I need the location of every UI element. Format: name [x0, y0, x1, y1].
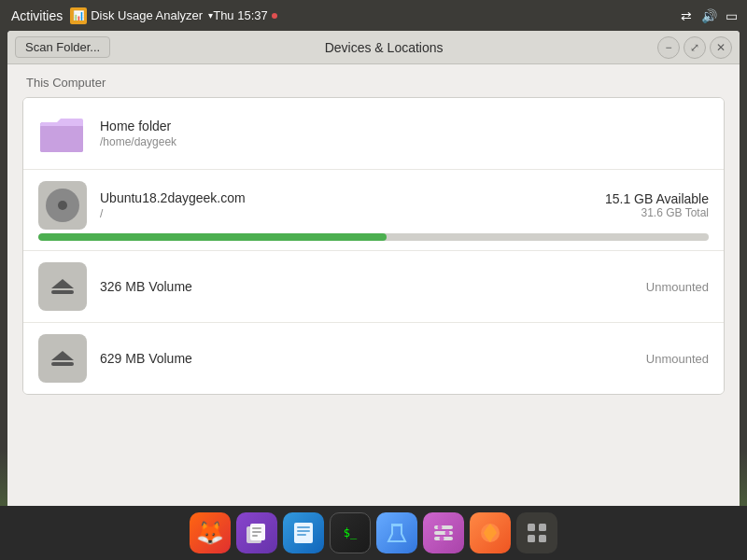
device-available-ubuntu-disk: 15.1 GB Available — [605, 191, 709, 206]
folder-icon — [40, 113, 85, 154]
device-name-volume-326: 326 MB Volume — [100, 279, 646, 294]
svg-point-16 — [438, 525, 443, 530]
device-info-volume-629: 629 MB Volume — [100, 351, 646, 366]
device-name-ubuntu-disk: Ubuntu18.2daygeek.com — [100, 190, 605, 205]
device-status-volume-326: Unmounted — [646, 280, 709, 294]
device-item-volume-629[interactable]: 629 MB Volume Unmounted — [23, 323, 724, 394]
svg-rect-13 — [434, 525, 453, 529]
svg-rect-12 — [392, 525, 402, 526]
disk-progress-bg — [38, 233, 709, 241]
disk-progress-row — [23, 233, 724, 251]
eject-icon-box-326 — [38, 262, 87, 311]
svg-rect-2 — [40, 126, 83, 152]
svg-rect-9 — [297, 526, 310, 528]
dock-icon-themes[interactable] — [470, 512, 511, 553]
clock-time: Thu 15:37 — [213, 8, 268, 22]
clock: Thu 15:37 — [213, 8, 678, 22]
device-right-volume-629: Unmounted — [646, 350, 709, 367]
svg-point-18 — [440, 537, 444, 541]
eject-triangle-icon — [51, 279, 74, 288]
eject-bar-icon-629 — [51, 362, 74, 366]
device-name-volume-629: 629 MB Volume — [100, 351, 646, 366]
device-icon-volume-629 — [38, 334, 87, 383]
titlebar-left: Scan Folder... — [15, 36, 110, 58]
dock-icon-text-editor[interactable] — [283, 512, 324, 553]
dock-icon-settings[interactable] — [423, 512, 464, 553]
dock-icon-files[interactable] — [236, 512, 277, 553]
window: Scan Folder... Devices & Locations − ⤢ ✕… — [7, 31, 740, 506]
svg-rect-20 — [528, 524, 535, 531]
disk-icon-box — [38, 181, 87, 230]
disk-icon-dot — [58, 201, 67, 210]
device-info-home-folder: Home folder /home/daygeek — [100, 119, 709, 148]
content-area: This Computer Home folder /home/daygeek — [7, 64, 740, 506]
power-icon: ▭ — [723, 7, 740, 24]
network-icon: ⇄ — [678, 7, 695, 24]
disk-progress-fill — [38, 233, 387, 241]
device-item-volume-326[interactable]: 326 MB Volume Unmounted — [23, 251, 724, 323]
device-path-home-folder: /home/daygeek — [100, 135, 709, 148]
close-button[interactable]: ✕ — [710, 36, 732, 59]
svg-rect-11 — [297, 534, 306, 536]
device-right-volume-326: Unmounted — [646, 278, 709, 295]
dock-icon-testapp[interactable] — [376, 512, 417, 553]
settings-svg-icon — [431, 521, 456, 545]
app-label: 📊 Disk Usage Analyzer ▾ — [70, 7, 213, 24]
top-bar-center: Thu 15:37 — [213, 8, 678, 22]
device-name-home-folder: Home folder — [100, 119, 709, 133]
device-icon-home-folder — [38, 109, 87, 158]
svg-rect-23 — [539, 535, 546, 542]
testapp-svg-icon — [385, 521, 409, 545]
dock-icon-terminal[interactable]: $_ — [330, 512, 371, 553]
themes-svg-icon — [478, 521, 502, 545]
dock-icon-grid[interactable] — [516, 512, 557, 553]
volume-icon: 🔊 — [700, 7, 717, 24]
disk-icon-inner — [46, 189, 79, 222]
scan-folder-button[interactable]: Scan Folder... — [15, 36, 110, 58]
titlebar: Scan Folder... Devices & Locations − ⤢ ✕ — [7, 31, 740, 64]
svg-rect-7 — [252, 535, 258, 537]
top-bar: Activities 📊 Disk Usage Analyzer ▾ Thu 1… — [0, 0, 747, 31]
app-icon: 📊 — [70, 7, 87, 24]
device-icon-volume-326 — [38, 262, 87, 311]
device-total-ubuntu-disk: 31.6 GB Total — [605, 206, 709, 219]
devices-list: Home folder /home/daygeek Ubuntu — [22, 97, 725, 395]
svg-rect-22 — [528, 535, 535, 542]
device-right-ubuntu-disk: 15.1 GB Available 31.6 GB Total — [605, 191, 709, 219]
svg-rect-21 — [539, 524, 546, 531]
top-bar-right: ⇄ 🔊 ▭ — [678, 7, 740, 24]
app-name: Disk Usage Analyzer — [91, 8, 203, 22]
titlebar-controls: − ⤢ ✕ — [657, 36, 732, 59]
eject-bar-icon — [51, 290, 74, 294]
device-item-home-folder[interactable]: Home folder /home/daygeek — [23, 98, 724, 170]
text-editor-svg-icon — [291, 521, 316, 545]
files-svg-icon — [245, 521, 269, 545]
svg-rect-5 — [252, 527, 261, 529]
device-path-ubuntu-disk: / — [100, 207, 605, 220]
sys-icons: ⇄ 🔊 ▭ — [678, 7, 740, 24]
dock: 🦊 $_ — [0, 506, 747, 560]
svg-rect-10 — [297, 530, 310, 532]
svg-rect-8 — [294, 523, 313, 543]
svg-point-17 — [445, 531, 450, 536]
dock-icon-firefox[interactable]: 🦊 — [190, 512, 231, 553]
minimize-button[interactable]: − — [657, 36, 680, 59]
activities-button[interactable]: Activities — [7, 0, 70, 31]
eject-triangle-icon-629 — [51, 351, 74, 360]
svg-rect-6 — [252, 531, 261, 533]
device-info-volume-326: 326 MB Volume — [100, 279, 646, 294]
maximize-button[interactable]: ⤢ — [684, 36, 706, 59]
device-icon-ubuntu-disk — [38, 181, 87, 230]
grid-svg-icon — [525, 521, 549, 545]
device-item-ubuntu-disk[interactable]: Ubuntu18.2daygeek.com / 15.1 GB Availabl… — [23, 170, 724, 251]
svg-rect-14 — [434, 531, 453, 535]
device-status-volume-629: Unmounted — [646, 352, 709, 366]
recording-dot-icon — [272, 13, 277, 19]
window-title: Devices & Locations — [110, 40, 657, 55]
eject-icon-box-629 — [38, 334, 87, 383]
section-label: This Computer — [22, 76, 725, 90]
device-info-ubuntu-disk: Ubuntu18.2daygeek.com / — [100, 190, 605, 220]
